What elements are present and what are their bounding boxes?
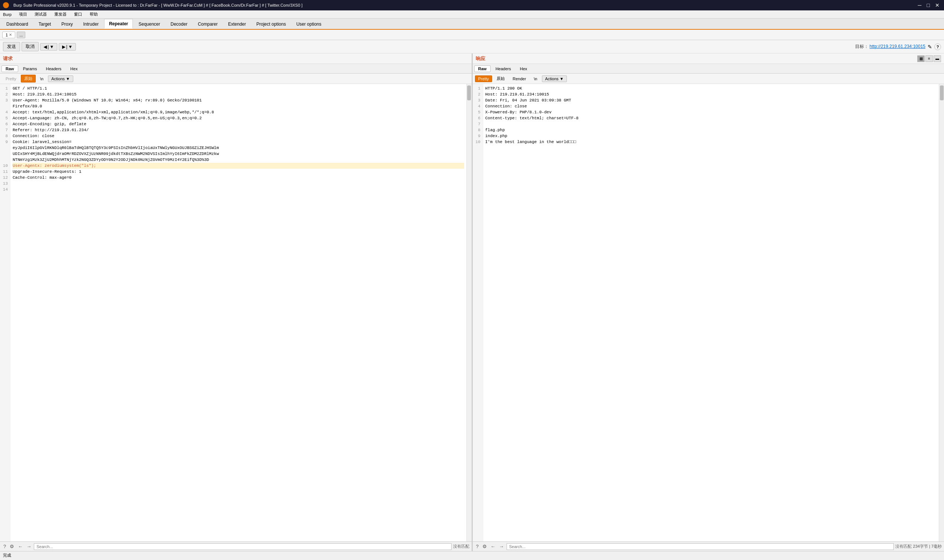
response-no-match-label: 没有匹配 — [895, 544, 912, 549]
response-format-pretty[interactable]: Pretty — [475, 75, 492, 82]
response-actions-label: Actions — [545, 77, 559, 81]
menu-item-help[interactable]: 帮助 — [88, 11, 99, 18]
response-view-buttons: ▦ ≡ ▬ — [917, 55, 941, 62]
toolbar-right: 目标： http://219.219.61.234:10015 ✎ ? — [855, 43, 941, 50]
view-block-button[interactable]: ▬ — [933, 55, 941, 62]
response-format-raw[interactable]: 原始 — [493, 75, 508, 83]
menu-item-burp[interactable]: Burp — [2, 12, 13, 17]
help-button[interactable]: ? — [934, 43, 941, 50]
request-actions-button[interactable]: Actions ▼ — [48, 75, 73, 82]
request-help-icon[interactable]: ? — [2, 543, 7, 549]
response-format-render[interactable]: Render — [509, 75, 529, 82]
title-bar: Burp Suite Professional v2020.9.1 - Temp… — [0, 0, 944, 11]
repeater-tab-1[interactable]: 1 ✕ — [2, 32, 15, 38]
request-panel-header: 请求 — [0, 54, 472, 64]
nav-next-button[interactable]: ▶ | ▼ — [59, 43, 76, 51]
response-settings-icon[interactable]: ⚙ — [481, 543, 488, 549]
response-code-editor[interactable]: 1 2 3 4 5 6 7 8 9 10 HTTP/1.1 200 OK Hos… — [473, 84, 944, 542]
response-scrollbar[interactable] — [939, 84, 944, 542]
menu-item-intruder[interactable]: 测试器 — [33, 11, 48, 18]
menu-item-repeater[interactable]: 重发器 — [53, 11, 68, 18]
toolbar-left: 发送 取消 ◀ | ▼ ▶ | ▼ — [3, 42, 76, 51]
response-scroll-thumb[interactable] — [940, 85, 944, 100]
tab-proxy[interactable]: Proxy — [57, 19, 78, 29]
response-status-info: 234字节 | 7毫秒 — [913, 544, 942, 549]
view-list-button[interactable]: ≡ — [925, 55, 933, 62]
response-format-newline[interactable]: \n — [531, 75, 540, 82]
repeater-tab-1-close[interactable]: ✕ — [9, 33, 12, 37]
tab-project-options[interactable]: Project options — [251, 19, 290, 29]
tab-intruder[interactable]: Intruder — [79, 19, 103, 29]
request-actions-label: Actions — [51, 77, 65, 81]
request-actions-dropdown-icon: ▼ — [66, 77, 70, 81]
maximize-button[interactable]: □ — [925, 2, 932, 8]
minimize-button[interactable]: ─ — [916, 2, 923, 8]
request-search-bar: ? ⚙ ← → 没有匹配 — [0, 542, 472, 551]
response-subtab-hex[interactable]: Hex — [516, 65, 532, 72]
tab-sequencer[interactable]: Sequencer — [134, 19, 165, 29]
tab-extender[interactable]: Extender — [223, 19, 251, 29]
request-format-newline[interactable]: \n — [37, 75, 47, 82]
request-subtab-headers[interactable]: Headers — [42, 65, 66, 72]
target-url-link[interactable]: http://219.219.61.234:10015 — [870, 44, 925, 49]
request-subtab-raw[interactable]: Raw — [2, 65, 18, 72]
toolbar: 发送 取消 ◀ | ▼ ▶ | ▼ 目标： http://219.219.61.… — [0, 40, 944, 54]
request-format-pretty[interactable]: Pretty — [2, 75, 20, 82]
nav-next-dropdown-icon[interactable]: ▼ — [68, 44, 72, 49]
request-scroll-thumb[interactable] — [467, 85, 471, 100]
request-search-input[interactable] — [34, 543, 451, 550]
response-help-icon[interactable]: ? — [475, 543, 480, 549]
response-subtab-bar: Raw Headers Hex — [473, 64, 944, 74]
status-bar: 完成 — [0, 551, 944, 559]
edit-target-button[interactable]: ✎ — [928, 44, 932, 50]
chevron-left-icon: ◀ — [43, 44, 47, 49]
request-code-content[interactable]: GET / HTTP/1.1 Host: 219.219.61.234:1001… — [11, 84, 466, 542]
request-format-raw[interactable]: 原始 — [21, 75, 36, 83]
response-search-bar: ? ⚙ ← → 没有匹配 234字节 | 7毫秒 — [473, 542, 944, 551]
close-button[interactable]: ✕ — [933, 2, 941, 8]
repeater-tab-new[interactable]: ... — [17, 32, 25, 38]
view-split-button[interactable]: ▦ — [917, 55, 925, 62]
response-line-numbers: 1 2 3 4 5 6 7 8 9 10 — [473, 84, 483, 542]
response-search-prev-icon[interactable]: ← — [489, 543, 497, 549]
response-subtab-headers[interactable]: Headers — [491, 65, 515, 72]
response-subtab-raw[interactable]: Raw — [474, 65, 491, 72]
response-panel-title: 响应 — [476, 55, 485, 62]
nav-prev-button[interactable]: ◀ | ▼ — [40, 43, 57, 51]
tab-repeater[interactable]: Repeater — [104, 19, 133, 29]
request-search-next-icon[interactable]: → — [25, 543, 32, 549]
tab-decoder[interactable]: Decoder — [166, 19, 192, 29]
request-code-editor[interactable]: 1 2 3 4 5 6 7 8 9 10 11 12 13 14 GET / H… — [0, 84, 472, 542]
tab-comparer[interactable]: Comparer — [193, 19, 222, 29]
tab-target[interactable]: Target — [34, 19, 56, 29]
menu-item-project[interactable]: 项目 — [17, 11, 29, 18]
tab-dashboard[interactable]: Dashboard — [2, 19, 33, 29]
request-scrollbar[interactable] — [466, 84, 472, 542]
response-actions-dropdown-icon: ▼ — [560, 77, 564, 81]
response-actions-button[interactable]: Actions ▼ — [542, 75, 567, 82]
main-content: 请求 Raw Params Headers Hex Pretty 原始 \n A… — [0, 54, 944, 551]
request-search-prev-icon[interactable]: ← — [17, 543, 24, 549]
request-settings-icon[interactable]: ⚙ — [9, 543, 15, 549]
pipe-icon: | — [48, 44, 49, 49]
request-subtab-hex[interactable]: Hex — [66, 65, 82, 72]
target-label: 目标： http://219.219.61.234:10015 — [855, 43, 925, 50]
response-search-input[interactable] — [507, 543, 894, 550]
nav-prev-dropdown-icon[interactable]: ▼ — [49, 44, 54, 49]
request-subtab-params[interactable]: Params — [19, 65, 41, 72]
response-panel-header: 响应 ▦ ≡ ▬ — [473, 54, 944, 64]
tab-user-options[interactable]: User options — [292, 19, 326, 29]
status-text: 完成 — [3, 552, 11, 558]
response-search-next-icon[interactable]: → — [498, 543, 505, 549]
repeater-tab-1-label: 1 — [6, 33, 8, 37]
response-code-content[interactable]: HTTP/1.1 200 OK Host: 219.219.61.234:100… — [483, 84, 939, 542]
request-panel: 请求 Raw Params Headers Hex Pretty 原始 \n A… — [0, 54, 473, 551]
burp-logo-icon — [3, 2, 9, 8]
request-line-numbers: 1 2 3 4 5 6 7 8 9 10 11 12 13 14 — [0, 84, 11, 542]
menu-bar: Burp 项目 测试器 重发器 窗口 帮助 — [0, 11, 944, 18]
request-no-match-label: 没有匹配 — [453, 544, 469, 549]
menu-item-window[interactable]: 窗口 — [72, 11, 84, 18]
title-text: Burp Suite Professional v2020.9.1 - Temp… — [3, 2, 302, 8]
cancel-button[interactable]: 取消 — [22, 42, 39, 51]
send-button[interactable]: 发送 — [3, 42, 20, 51]
